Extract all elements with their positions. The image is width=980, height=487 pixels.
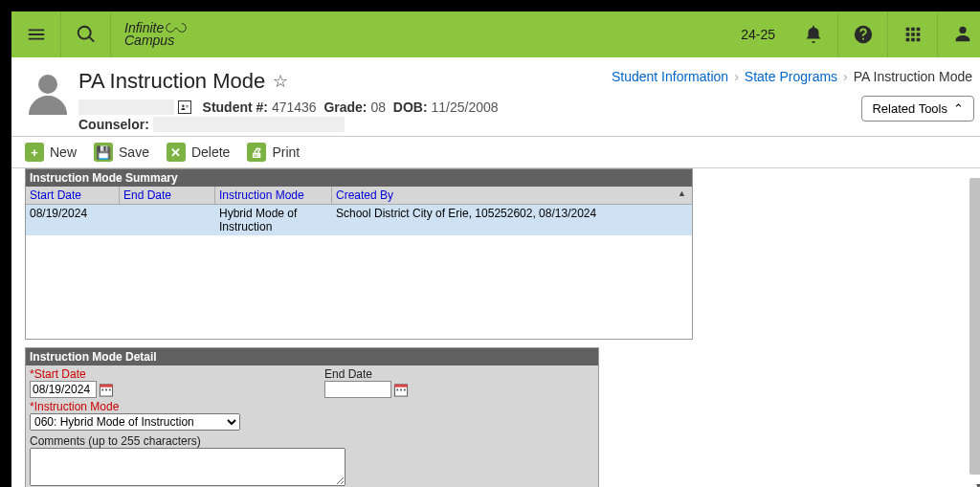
end-date-label: End Date: [324, 367, 409, 381]
student-info: Anderson, Jack Student #: 471436 Grade: …: [78, 100, 974, 115]
svg-rect-6: [101, 388, 103, 390]
top-navbar: Infinite Campus 24-25: [11, 11, 980, 57]
end-date-input[interactable]: [324, 381, 391, 398]
grid-icon: [902, 24, 924, 45]
question-icon: [853, 24, 874, 45]
table-row[interactable]: 08/19/2024 Hybrid Mode of Instruction Sc…: [26, 205, 692, 235]
search-button[interactable]: [61, 11, 111, 57]
search-icon: [76, 24, 97, 45]
svg-rect-5: [100, 384, 112, 387]
delete-icon: ✕: [167, 143, 186, 162]
breadcrumb-link[interactable]: Student Information: [612, 69, 728, 84]
comments-label: Comments (up to 255 characters): [30, 434, 594, 448]
content-area: Instruction Mode Summary Start Date End …: [11, 168, 980, 487]
logo[interactable]: Infinite Campus: [111, 11, 200, 57]
comments-textarea[interactable]: [30, 448, 345, 486]
svg-point-0: [38, 75, 57, 94]
svg-rect-12: [400, 388, 402, 390]
detail-panel: Instruction Mode Detail *Start Date End …: [25, 347, 599, 487]
chevron-right-icon: ›: [843, 69, 848, 84]
svg-rect-10: [394, 384, 407, 387]
bell-icon: [803, 24, 824, 45]
col-instruction-mode[interactable]: Instruction Mode: [215, 187, 332, 204]
svg-rect-2: [186, 105, 189, 106]
sort-indicator-icon: ▲: [678, 188, 686, 198]
page-title: PA Instruction Mode: [78, 69, 265, 94]
counselor-info: Counselor:: [78, 117, 974, 132]
summary-header-row: Start Date End Date Instruction Mode Cre…: [26, 187, 692, 205]
svg-rect-8: [109, 388, 111, 390]
detail-title: Instruction Mode Detail: [26, 348, 598, 365]
calendar-icon[interactable]: [99, 383, 114, 397]
person-icon: [952, 24, 973, 45]
svg-rect-13: [404, 388, 406, 390]
col-end-date[interactable]: End Date: [120, 187, 215, 204]
col-start-date[interactable]: Start Date: [26, 187, 120, 204]
breadcrumb: Student Information › State Programs › P…: [612, 69, 972, 84]
action-toolbar: + New 💾 Save ✕ Delete 🖨 Print: [11, 136, 980, 168]
breadcrumb-link[interactable]: State Programs: [745, 69, 837, 84]
related-tools-button[interactable]: Related Tools ⌃: [861, 96, 974, 122]
start-date-label: *Start Date: [30, 367, 114, 381]
id-badge-icon: [178, 100, 191, 114]
help-button[interactable]: [838, 11, 888, 57]
favorite-star-icon[interactable]: ☆: [273, 71, 288, 92]
page-header: PA Instruction Mode ☆ Anderson, Jack Stu…: [11, 57, 980, 136]
calendar-icon[interactable]: [393, 383, 409, 397]
save-button[interactable]: 💾 Save: [94, 143, 149, 162]
svg-rect-7: [105, 388, 107, 390]
notifications-button[interactable]: [789, 11, 838, 57]
school-year[interactable]: 24-25: [727, 27, 789, 42]
print-button[interactable]: 🖨 Print: [247, 143, 300, 162]
chevron-up-icon: ⌃: [953, 101, 964, 116]
student-avatar: [25, 69, 71, 115]
summary-title: Instruction Mode Summary: [26, 169, 692, 187]
print-icon: 🖨: [247, 143, 266, 162]
scrollbar-thumb[interactable]: [969, 178, 980, 475]
new-button[interactable]: + New: [25, 143, 77, 162]
col-created-by[interactable]: Created By ▲: [332, 187, 692, 204]
save-icon: 💾: [94, 143, 113, 162]
plus-icon: +: [25, 143, 44, 162]
scroll-down-icon[interactable]: ▾: [969, 476, 980, 487]
chevron-right-icon: ›: [734, 69, 739, 84]
instruction-mode-label: *Instruction Mode: [30, 400, 594, 413]
user-button[interactable]: [938, 11, 980, 57]
delete-button[interactable]: ✕ Delete: [167, 143, 230, 162]
breadcrumb-current: PA Instruction Mode: [854, 69, 972, 84]
start-date-input[interactable]: [30, 381, 97, 398]
svg-rect-11: [396, 388, 398, 390]
svg-point-1: [182, 105, 185, 108]
apps-button[interactable]: [888, 11, 938, 57]
summary-table: Instruction Mode Summary Start Date End …: [25, 168, 693, 340]
svg-rect-3: [186, 107, 189, 108]
menu-button[interactable]: [11, 11, 61, 57]
instruction-mode-select[interactable]: 060: Hybrid Mode of Instruction: [30, 413, 240, 431]
hamburger-icon: [26, 24, 47, 45]
